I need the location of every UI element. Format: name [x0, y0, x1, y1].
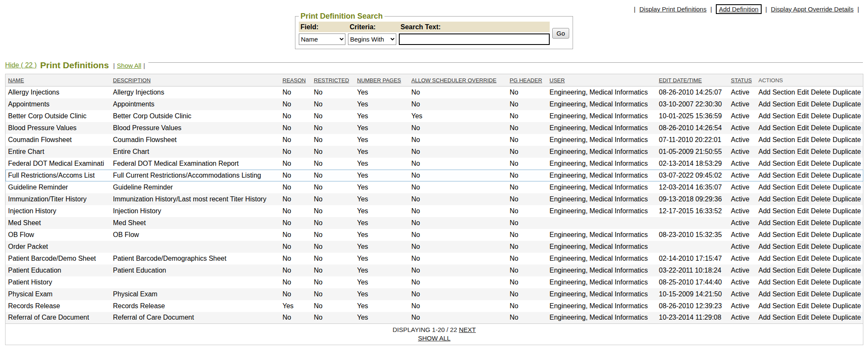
show-all-bottom-link[interactable]: SHOW ALL	[418, 334, 451, 342]
col-header-allow-scheduler-override[interactable]: ALLOW SCHEDULER OVERRIDE	[409, 74, 507, 86]
next-page-link[interactable]: NEXT	[459, 326, 476, 333]
field-select[interactable]: Name	[299, 33, 345, 45]
action-add-section-link[interactable]: Add Section	[759, 290, 795, 298]
action-add-section-link[interactable]: Add Section	[759, 89, 795, 96]
action-edit-link[interactable]: Edit	[797, 290, 809, 298]
search-text-input[interactable]	[399, 33, 550, 45]
action-delete-link[interactable]: Delete	[811, 219, 830, 226]
action-delete-link[interactable]: Delete	[811, 302, 830, 309]
action-delete-link[interactable]: Delete	[811, 100, 830, 108]
action-add-section-link[interactable]: Add Section	[759, 160, 795, 167]
col-header-reason[interactable]: REASON	[280, 74, 312, 86]
action-add-section-link[interactable]: Add Section	[759, 279, 795, 286]
criteria-select[interactable]: Begins With	[348, 33, 396, 45]
action-edit-link[interactable]: Edit	[797, 100, 809, 108]
action-edit-link[interactable]: Edit	[797, 172, 809, 179]
action-add-section-link[interactable]: Add Section	[759, 302, 795, 309]
action-add-section-link[interactable]: Add Section	[759, 243, 795, 250]
col-header-number-pages[interactable]: NUMBER PAGES	[355, 74, 409, 86]
action-delete-link[interactable]: Delete	[811, 160, 830, 167]
action-delete-link[interactable]: Delete	[811, 195, 830, 203]
action-duplicate-link[interactable]: Duplicate	[833, 231, 861, 238]
col-header-edit-datetime[interactable]: EDIT DATE/TIME	[657, 74, 729, 86]
action-delete-link[interactable]: Delete	[811, 148, 830, 155]
action-duplicate-link[interactable]: Duplicate	[833, 243, 861, 250]
action-edit-link[interactable]: Edit	[797, 243, 809, 250]
action-duplicate-link[interactable]: Duplicate	[833, 136, 861, 143]
action-delete-link[interactable]: Delete	[811, 267, 830, 274]
action-edit-link[interactable]: Edit	[797, 302, 809, 309]
col-header-status[interactable]: STATUS	[729, 74, 756, 86]
action-edit-link[interactable]: Edit	[797, 124, 809, 131]
action-duplicate-link[interactable]: Duplicate	[833, 314, 861, 321]
action-duplicate-link[interactable]: Duplicate	[833, 279, 861, 286]
action-edit-link[interactable]: Edit	[797, 89, 809, 96]
action-edit-link[interactable]: Edit	[797, 255, 809, 262]
action-add-section-link[interactable]: Add Section	[759, 267, 795, 274]
action-edit-link[interactable]: Edit	[797, 314, 809, 321]
action-delete-link[interactable]: Delete	[811, 124, 830, 131]
action-delete-link[interactable]: Delete	[811, 112, 830, 120]
action-duplicate-link[interactable]: Duplicate	[833, 290, 861, 298]
action-edit-link[interactable]: Edit	[797, 231, 809, 238]
col-header-description[interactable]: DESCRIPTION	[111, 74, 280, 86]
action-edit-link[interactable]: Edit	[797, 195, 809, 203]
action-add-section-link[interactable]: Add Section	[759, 195, 795, 203]
action-add-section-link[interactable]: Add Section	[759, 136, 795, 143]
action-edit-link[interactable]: Edit	[797, 112, 809, 120]
action-add-section-link[interactable]: Add Section	[759, 207, 795, 215]
action-add-section-link[interactable]: Add Section	[759, 148, 795, 155]
action-duplicate-link[interactable]: Duplicate	[833, 219, 861, 226]
col-header-name[interactable]: NAME	[6, 74, 111, 86]
action-add-section-link[interactable]: Add Section	[759, 184, 795, 191]
hide-link[interactable]: Hide ( 22 )	[5, 61, 37, 69]
action-add-section-link[interactable]: Add Section	[759, 124, 795, 131]
action-edit-link[interactable]: Edit	[797, 148, 809, 155]
action-delete-link[interactable]: Delete	[811, 207, 830, 215]
action-delete-link[interactable]: Delete	[811, 184, 830, 191]
action-delete-link[interactable]: Delete	[811, 172, 830, 179]
col-header-user[interactable]: USER	[547, 74, 657, 86]
display-appt-override-details-link[interactable]: Display Appt Override Details	[771, 6, 854, 13]
action-duplicate-link[interactable]: Duplicate	[833, 195, 861, 203]
action-delete-link[interactable]: Delete	[811, 279, 830, 286]
action-delete-link[interactable]: Delete	[811, 89, 830, 96]
action-edit-link[interactable]: Edit	[797, 184, 809, 191]
show-all-link[interactable]: Show All	[117, 62, 142, 69]
action-add-section-link[interactable]: Add Section	[759, 219, 795, 226]
add-definition-link[interactable]: Add Definition	[719, 6, 758, 13]
action-edit-link[interactable]: Edit	[797, 219, 809, 226]
action-add-section-link[interactable]: Add Section	[759, 255, 795, 262]
action-add-section-link[interactable]: Add Section	[759, 172, 795, 179]
action-add-section-link[interactable]: Add Section	[759, 231, 795, 238]
action-duplicate-link[interactable]: Duplicate	[833, 302, 861, 309]
action-duplicate-link[interactable]: Duplicate	[833, 172, 861, 179]
action-duplicate-link[interactable]: Duplicate	[833, 124, 861, 131]
action-delete-link[interactable]: Delete	[811, 243, 830, 250]
action-duplicate-link[interactable]: Duplicate	[833, 148, 861, 155]
action-duplicate-link[interactable]: Duplicate	[833, 255, 861, 262]
col-header-pg-header[interactable]: PG HEADER	[507, 74, 547, 86]
action-edit-link[interactable]: Edit	[797, 279, 809, 286]
col-header-restricted[interactable]: RESTRICTED	[312, 74, 355, 86]
action-duplicate-link[interactable]: Duplicate	[833, 112, 861, 120]
action-delete-link[interactable]: Delete	[811, 314, 830, 321]
go-button[interactable]: Go	[552, 28, 569, 39]
action-add-section-link[interactable]: Add Section	[759, 314, 795, 321]
action-duplicate-link[interactable]: Duplicate	[833, 207, 861, 215]
display-print-definitions-link[interactable]: Display Print Definitions	[640, 6, 707, 13]
action-duplicate-link[interactable]: Duplicate	[833, 100, 861, 108]
action-add-section-link[interactable]: Add Section	[759, 112, 795, 120]
action-edit-link[interactable]: Edit	[797, 136, 809, 143]
action-delete-link[interactable]: Delete	[811, 290, 830, 298]
action-duplicate-link[interactable]: Duplicate	[833, 267, 861, 274]
action-delete-link[interactable]: Delete	[811, 231, 830, 238]
action-duplicate-link[interactable]: Duplicate	[833, 89, 861, 96]
action-edit-link[interactable]: Edit	[797, 207, 809, 215]
action-delete-link[interactable]: Delete	[811, 255, 830, 262]
action-duplicate-link[interactable]: Duplicate	[833, 160, 861, 167]
action-edit-link[interactable]: Edit	[797, 267, 809, 274]
action-edit-link[interactable]: Edit	[797, 160, 809, 167]
action-delete-link[interactable]: Delete	[811, 136, 830, 143]
action-duplicate-link[interactable]: Duplicate	[833, 184, 861, 191]
